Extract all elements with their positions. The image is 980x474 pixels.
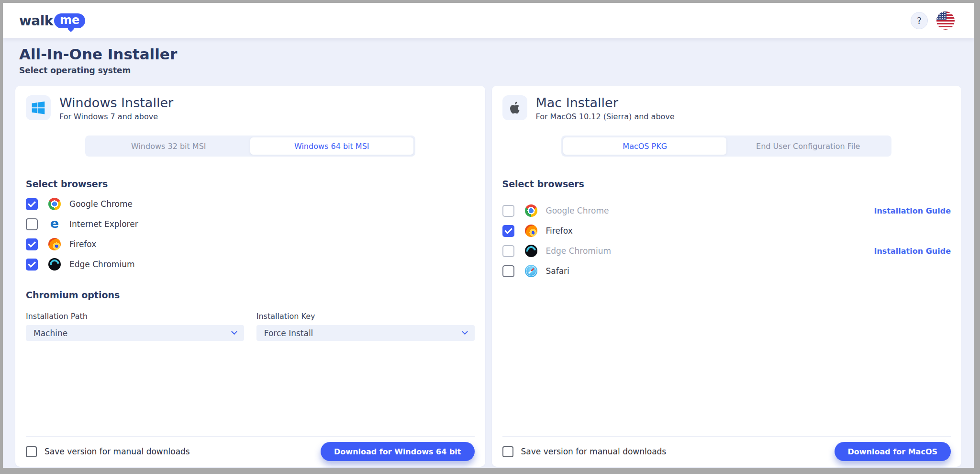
chrome-icon [48, 198, 61, 210]
apple-logo-icon [502, 95, 527, 120]
windows-tabs: Windows 32 bit MSI Windows 64 bit MSI [85, 135, 415, 157]
browser-label: Safari [546, 266, 569, 276]
installation-key-label: Installation Key [256, 312, 475, 321]
download-windows-button[interactable]: Download for Windows 64 bit [321, 442, 474, 461]
safari-checkbox[interactable] [502, 265, 514, 277]
topbar-actions: ? [911, 11, 955, 30]
browser-row-firefox: Firefox [26, 234, 475, 254]
chromium-options-heading: Chromium options [26, 290, 475, 300]
installation-key-select[interactable]: Force Install [256, 325, 475, 341]
firefox-checkbox[interactable] [26, 238, 38, 250]
logo-me-bubble: me [54, 13, 85, 28]
browser-label: Google Chrome [69, 199, 133, 209]
mac-card-footer: Save version for manual downloads Downlo… [502, 436, 951, 467]
installer-cards: Windows Installer For Windows 7 and abov… [3, 86, 974, 467]
internet-explorer-icon [48, 218, 61, 230]
browser-row-edge-chromium: Edge Chromium [26, 254, 475, 274]
chrome-checkbox[interactable] [502, 205, 514, 217]
page-title: All-In-One Installer [19, 46, 958, 63]
browser-label: Firefox [546, 226, 573, 236]
browser-label: Internet Explorer [69, 219, 138, 229]
browser-row-safari: Safari [502, 261, 951, 281]
installation-path-value: Machine [33, 328, 67, 338]
browser-row-chrome: Google Chrome Installation Guide [502, 201, 951, 221]
walkme-logo: walk me [19, 13, 85, 29]
logo-walk-text: walk [19, 13, 53, 29]
chrome-checkbox[interactable] [26, 198, 38, 210]
windows-card-footer: Save version for manual downloads Downlo… [26, 436, 475, 467]
installation-key-field: Installation Key Force Install [256, 312, 475, 341]
windows-installer-card: Windows Installer For Windows 7 and abov… [15, 86, 485, 467]
top-bar: walk me ? [3, 3, 974, 38]
installation-path-label: Installation Path [26, 312, 244, 321]
windows-card-titles: Windows Installer For Windows 7 and abov… [59, 95, 173, 121]
browser-label: Google Chrome [546, 206, 609, 215]
chevron-down-icon [462, 328, 468, 335]
tab-end-user-configuration-file[interactable]: End User Configuration File [726, 137, 890, 155]
browser-row-edge-chromium: Edge Chromium Installation Guide [502, 241, 951, 261]
firefox-icon [48, 238, 61, 250]
edge-chromium-icon [48, 258, 61, 271]
app-screen: walk me ? All-In-One Installer Select op… [3, 3, 974, 468]
browser-label: Edge Chromium [69, 260, 134, 269]
mac-browser-list: Google Chrome Installation Guide Firefox… [502, 201, 951, 281]
chromium-options-fields: Installation Path Machine Installation K… [26, 312, 475, 341]
internet-explorer-checkbox[interactable] [26, 218, 38, 230]
browser-label: Firefox [69, 239, 96, 249]
installation-key-value: Force Install [264, 328, 313, 338]
edge-chromium-icon [525, 245, 537, 257]
windows-card-title: Windows Installer [59, 95, 173, 111]
installation-path-select[interactable]: Machine [26, 325, 244, 341]
download-macos-button[interactable]: Download for MacOS [835, 442, 951, 461]
edge-installation-guide-link[interactable]: Installation Guide [874, 247, 951, 256]
windows-browser-list: Google Chrome Internet Explorer Firefox … [26, 194, 475, 274]
browser-row-internet-explorer: Internet Explorer [26, 214, 475, 234]
browser-row-chrome: Google Chrome [26, 194, 475, 214]
help-icon[interactable]: ? [911, 12, 928, 29]
firefox-icon [525, 225, 537, 237]
save-version-label: Save version for manual downloads [521, 447, 667, 456]
edge-chromium-checkbox[interactable] [502, 245, 514, 257]
windows-logo-icon [26, 95, 51, 120]
page-subtitle: Select operating system [19, 66, 958, 75]
browser-row-firefox: Firefox [502, 221, 951, 241]
installation-path-field: Installation Path Machine [26, 312, 244, 341]
windows-card-subtitle: For Windows 7 and above [59, 112, 173, 121]
save-version-label: Save version for manual downloads [45, 447, 190, 456]
mac-card-header: Mac Installer For MacOS 10.12 (Sierra) a… [502, 95, 951, 121]
edge-chromium-checkbox[interactable] [26, 259, 38, 271]
save-version-checkbox[interactable] [26, 446, 37, 457]
safari-icon [525, 265, 537, 277]
us-flag-icon[interactable] [936, 11, 955, 30]
windows-card-header: Windows Installer For Windows 7 and abov… [26, 95, 475, 121]
tab-windows-64-bit-msi[interactable]: Windows 64 bit MSI [250, 137, 413, 155]
tab-windows-32-bit-msi[interactable]: Windows 32 bit MSI [87, 137, 250, 155]
tab-macos-pkg[interactable]: MacOS PKG [563, 137, 726, 155]
firefox-checkbox[interactable] [502, 225, 514, 237]
chevron-down-icon [231, 328, 237, 335]
mac-installer-card: Mac Installer For MacOS 10.12 (Sierra) a… [492, 86, 962, 467]
mac-browsers-heading: Select browsers [502, 179, 951, 189]
mac-card-subtitle: For MacOS 10.12 (Sierra) and above [536, 112, 675, 121]
chrome-icon [525, 204, 537, 217]
save-version-checkbox[interactable] [502, 446, 513, 457]
browser-label: Edge Chromium [546, 246, 611, 256]
mac-tabs: MacOS PKG End User Configuration File [561, 135, 891, 157]
page-head: All-In-One Installer Select operating sy… [3, 38, 974, 75]
mac-card-title: Mac Installer [536, 95, 675, 111]
chrome-installation-guide-link[interactable]: Installation Guide [874, 206, 951, 215]
windows-browsers-heading: Select browsers [26, 179, 475, 189]
mac-card-titles: Mac Installer For MacOS 10.12 (Sierra) a… [536, 95, 675, 121]
